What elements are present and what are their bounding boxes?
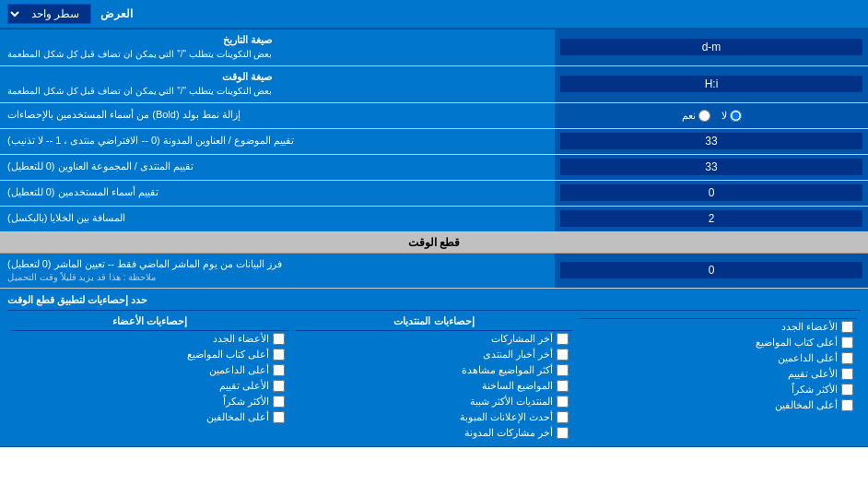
user-names-label: تقييم أسماء المستخدمين (0 للتعطيل) [0,181,555,206]
stats-item-members: الأعضاء الجدد [580,319,857,335]
stats-item-top-rated: الأعلى تقييم [580,366,857,382]
time-format-input-container [555,66,868,102]
cell-spacing-input[interactable] [560,210,862,227]
time-format-label: صيغة الوقت بعض التكوينات يتطلب "/" التي … [0,66,555,102]
mode-select[interactable]: سطر واحد سطرين ثلاثة أسطر [7,4,91,24]
stats-col1-header [580,313,857,319]
stats-item-most-viewed: أكثر المواضيع مشاهدة [296,362,573,378]
bold-remove-input-container: لا نعم [555,103,868,128]
checkbox-top-topic-writers[interactable] [273,349,285,361]
time-cut-row: فرز البيانات من يوم الماشر الماضي فقط --… [0,254,868,289]
forum-order-row: تقييم المنتدى / المجموعة العناوين (0 للت… [0,155,868,181]
checkbox-classified-ads[interactable] [557,411,569,423]
topic-order-label: تقييم الموضوع / العناوين المدونة (0 -- ا… [0,129,555,154]
checkbox-top-rated[interactable] [841,368,853,380]
forum-order-label: تقييم المنتدى / المجموعة العناوين (0 للت… [0,155,555,180]
checkbox-hot-topics[interactable] [557,380,569,392]
checkbox-top-violations[interactable] [841,399,853,411]
checkbox-forum-news[interactable] [557,349,569,361]
radio-yes-label: نعم [682,110,710,122]
stats-item-blog-posts: أخر مشاركات المدونة [296,425,573,441]
stats-item-hot-topics: المواضيع الساخنة [296,378,573,394]
stats-col3-header: إحصاءيات الأعضاء [11,313,288,331]
checkbox-last-posts[interactable] [557,333,569,345]
bold-remove-row: لا نعم إزالة نمط بولد (Bold) من أسماء ال… [0,103,868,129]
stats-col2-header: إحصاءيات المنتديات [296,313,573,331]
stats-item-top-violations: أعلى المخالفين [580,397,857,413]
checkbox-most-violations[interactable] [273,411,285,423]
stats-item-classified-ads: أحدث الإعلانات المبوبة [296,409,573,425]
checkbox-highest-rated[interactable] [273,380,285,392]
time-cut-input-container [555,254,868,288]
user-names-row: تقييم أسماء المستخدمين (0 للتعطيل) [0,181,868,207]
forum-order-input-container [555,155,868,180]
stats-header-label: حدد إحصاءيات لتطبيق قطع الوقت [7,294,147,306]
checkbox-top-writers[interactable] [841,337,853,349]
checkbox-new-members[interactable] [273,333,285,345]
checkbox-most-thanked[interactable] [273,396,285,408]
cell-spacing-input-container [555,207,868,231]
radio-no-label: لا [721,110,742,122]
stats-item-most-thanked: الأكثر شكراً [11,394,288,409]
checkbox-most-thanks[interactable] [841,384,853,396]
topic-order-input[interactable] [560,133,862,149]
stats-item-top-supporters: أعلى الداعمين [11,362,288,378]
topic-order-input-container [555,129,868,154]
header-row: العرض سطر واحد سطرين ثلاثة أسطر [0,0,868,30]
forum-order-input[interactable] [560,159,862,175]
user-names-input-container [555,181,868,206]
stats-section: حدد إحصاءيات لتطبيق قطع الوقت الأعضاء ال… [0,289,868,447]
date-format-input[interactable] [560,39,862,55]
bold-remove-label: إزالة نمط بولد (Bold) من أسماء المستخدمي… [0,103,555,128]
checkbox-popular-forums[interactable] [557,396,569,408]
header-label: العرض [100,7,133,20]
checkbox-top-donors[interactable] [841,352,853,364]
checkbox-blog-posts[interactable] [557,427,569,439]
stats-item-new-members: الأعضاء الجدد [11,331,288,347]
topic-order-row: تقييم الموضوع / العناوين المدونة (0 -- ا… [0,129,868,155]
stats-col-1: الأعضاء الجدد أعلى كتاب المواضيع أعلى ال… [576,311,861,443]
stats-col-2: إحصاءيات المنتديات أخر المشاركات أخر أخب… [292,311,577,443]
stats-item-last-posts: أخر المشاركات [296,331,573,347]
main-container: العرض سطر واحد سطرين ثلاثة أسطر صيغة الت… [0,0,868,447]
stats-item-highest-rated: الأعلى تقييم [11,378,288,394]
time-cut-section-header: قطع الوقت [0,232,868,254]
stats-grid: الأعضاء الجدد أعلى كتاب المواضيع أعلى ال… [7,311,861,443]
checkbox-most-viewed[interactable] [557,364,569,376]
cell-spacing-label: المسافة بين الخلايا (بالبكسل) [0,207,555,231]
stats-item-top-topic-writers: أعلى كتاب المواضيع [11,347,288,362]
user-names-input[interactable] [560,184,862,201]
time-cut-label: فرز البيانات من يوم الماشر الماضي فقط --… [0,254,555,288]
checkbox-members[interactable] [841,321,853,333]
time-cut-input[interactable] [560,262,862,278]
stats-item-top-donors: أعلى الداعمين [580,350,857,366]
time-format-row: صيغة الوقت بعض التكوينات يتطلب "/" التي … [0,66,868,103]
cell-spacing-row: المسافة بين الخلايا (بالبكسل) [0,207,868,232]
time-format-input[interactable] [560,76,862,92]
stats-item-most-violations: أعلى المخالفين [11,409,288,425]
stats-col-3: إحصاءيات الأعضاء الأعضاء الجدد أعلى كتاب… [7,311,292,443]
stats-item-forum-news: أخر أخبار المنتدى [296,347,573,362]
checkbox-top-supporters[interactable] [273,364,285,376]
date-format-input-container [555,30,868,65]
stats-item-top-writers: أعلى كتاب المواضيع [580,335,857,350]
date-format-label: صيغة التاريخ بعض التكوينات يتطلب "/" الت… [0,30,555,65]
stats-item-most-thanks: الأكثر شكراً [580,382,857,397]
radio-no[interactable] [730,110,742,122]
stats-item-popular-forums: المنتديات الأكثر شببة [296,394,573,409]
radio-yes[interactable] [698,110,710,122]
date-format-row: صيغة التاريخ بعض التكوينات يتطلب "/" الت… [0,30,868,66]
